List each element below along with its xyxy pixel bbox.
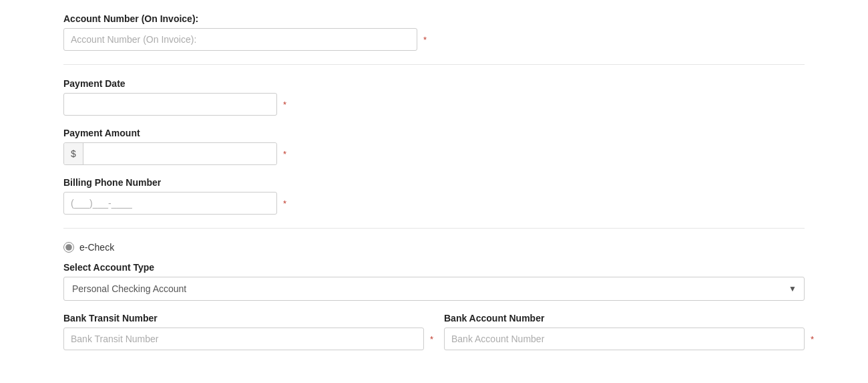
account-type-select[interactable]: Personal Checking Account Personal Savin…: [63, 277, 805, 301]
payment-amount-required: *: [283, 149, 286, 159]
bank-transit-wrapper: *: [63, 328, 424, 350]
bank-account-required: *: [811, 334, 814, 344]
bank-fields-row: Bank Transit Number * Bank Account Numbe…: [63, 313, 805, 350]
payment-amount-wrapper: $ 0 *: [63, 142, 277, 165]
bank-account-input[interactable]: [444, 328, 805, 350]
payment-amount-input[interactable]: 0: [83, 143, 276, 164]
billing-phone-group: Billing Phone Number *: [63, 177, 805, 215]
payment-amount-input-group: $ 0: [63, 142, 277, 165]
payment-amount-group: Payment Amount $ 0 *: [63, 128, 805, 165]
echeck-label: e-Check: [79, 242, 114, 253]
bank-transit-group: Bank Transit Number *: [63, 313, 424, 350]
account-number-required: *: [423, 35, 427, 45]
billing-phone-input[interactable]: [63, 192, 277, 215]
bank-transit-input[interactable]: [63, 328, 424, 350]
account-number-input[interactable]: [63, 28, 417, 51]
payment-date-group: Payment Date 02/27/2019 *: [63, 78, 805, 116]
account-number-group: Account Number (On Invoice): *: [63, 13, 805, 51]
payment-date-label: Payment Date: [63, 78, 805, 89]
bank-transit-required: *: [430, 334, 433, 344]
payment-date-required: *: [283, 100, 286, 110]
divider-2: [63, 228, 805, 229]
divider-1: [63, 64, 805, 65]
bank-transit-label: Bank Transit Number: [63, 313, 424, 324]
account-type-group: Select Account Type Personal Checking Ac…: [63, 262, 805, 301]
currency-symbol: $: [64, 143, 83, 164]
billing-phone-wrapper: *: [63, 192, 277, 215]
billing-phone-label: Billing Phone Number: [63, 177, 805, 188]
account-type-select-wrapper: Personal Checking Account Personal Savin…: [63, 277, 805, 301]
account-type-label: Select Account Type: [63, 262, 805, 273]
payment-date-wrapper: 02/27/2019 *: [63, 93, 277, 116]
payment-amount-label: Payment Amount: [63, 128, 805, 138]
echeck-radio[interactable]: [63, 242, 74, 253]
bank-account-wrapper: *: [444, 328, 805, 350]
bank-account-group: Bank Account Number *: [444, 313, 805, 350]
account-number-wrapper: *: [63, 28, 417, 51]
echeck-radio-label[interactable]: e-Check: [63, 242, 805, 253]
echeck-section: e-Check Select Account Type Personal Che…: [63, 242, 805, 350]
account-number-label: Account Number (On Invoice):: [63, 13, 805, 24]
form-container: Account Number (On Invoice): * Payment D…: [0, 0, 868, 364]
billing-phone-required: *: [283, 199, 286, 209]
payment-date-input[interactable]: 02/27/2019: [63, 93, 277, 116]
bank-account-label: Bank Account Number: [444, 313, 805, 324]
